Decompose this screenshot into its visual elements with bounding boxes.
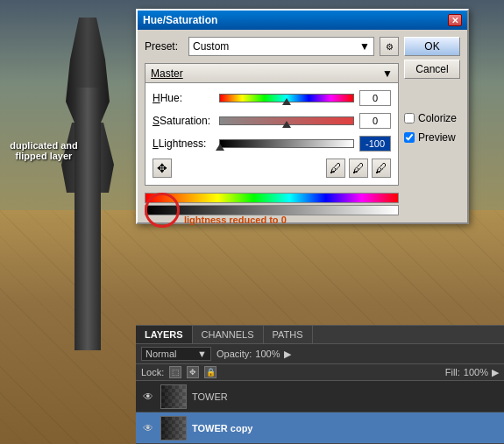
eyedropper-subtract-tool[interactable]: 🖊 xyxy=(372,159,391,178)
colorize-checkbox[interactable] xyxy=(404,113,415,123)
preset-row: Preset: Custom ▼ ⚙ xyxy=(145,37,399,56)
dialog-titlebar: Hue/Saturation ✕ xyxy=(138,11,467,30)
blend-mode-value: Normal xyxy=(146,349,176,359)
layer-thumb-tower xyxy=(160,384,187,409)
fill-arrow[interactable]: ▶ xyxy=(492,367,499,378)
layer-thumb-inner-tower-copy xyxy=(161,417,186,440)
lock-move-icon[interactable]: ✥ xyxy=(187,366,199,378)
lock-all-icon[interactable]: 🔒 xyxy=(204,366,217,378)
preview-label: Preview xyxy=(418,131,456,144)
layers-panel: LAYERS CHANNELS PATHS Normal ▼ Opacity: … xyxy=(136,325,504,444)
preset-select[interactable]: Custom ▼ xyxy=(188,37,374,56)
layer-row-tower[interactable]: 👁 TOWER xyxy=(136,381,504,412)
tools-row: ✥ 🖊 🖊 🖊 xyxy=(153,159,391,178)
ok-button[interactable]: OK xyxy=(404,37,460,56)
layer-thumb-inner-tower xyxy=(161,385,186,408)
preview-row: Preview xyxy=(404,131,460,144)
hue-row: HHue: 0 xyxy=(153,90,391,106)
color-bars xyxy=(145,193,399,215)
channel-body: HHue: 0 SSaturation: xyxy=(146,83,398,185)
channel-dropdown-arrow: ▼ xyxy=(382,67,393,80)
saturation-slider-track[interactable] xyxy=(219,115,354,127)
lightness-annotation-text: lightness reduced to 0 xyxy=(184,215,287,225)
fill-control: Fill: 100% ▶ xyxy=(445,367,499,378)
layers-toolbar: Normal ▼ Opacity: 100% ▶ xyxy=(136,344,504,364)
spacer2 xyxy=(404,82,460,109)
opacity-label: Opacity: xyxy=(217,349,252,359)
tab-layers[interactable]: LAYERS xyxy=(136,326,193,343)
layer-thumb-tower-copy xyxy=(160,416,187,440)
hue-input[interactable]: 0 xyxy=(359,90,391,106)
tab-channels[interactable]: CHANNELS xyxy=(193,326,264,343)
preview-checkbox[interactable] xyxy=(404,132,415,143)
saturation-thumb[interactable] xyxy=(282,121,291,128)
opacity-value: 100% xyxy=(255,349,280,359)
lock-label: Lock: xyxy=(141,367,164,377)
channel-title: Master xyxy=(151,67,183,80)
tower-annotation: duplicated and flipped layer xyxy=(9,140,79,161)
hue-thumb[interactable] xyxy=(282,98,291,105)
hand-tool[interactable]: ✥ xyxy=(153,159,172,178)
close-button[interactable]: ✕ xyxy=(448,14,462,26)
saturation-row: SSaturation: 0 xyxy=(153,113,391,129)
tab-paths[interactable]: PATHS xyxy=(264,326,313,343)
saturation-gradient-track xyxy=(219,116,354,125)
channel-box: Master ▼ HHue: 0 xyxy=(145,63,399,186)
hue-saturation-dialog: Hue/Saturation ✕ Preset: Custom ▼ ⚙ Mast… xyxy=(136,9,469,224)
channel-header: Master ▼ xyxy=(146,64,398,83)
lightness-label: LLightness: xyxy=(153,137,214,150)
hue-gradient-track xyxy=(219,94,354,102)
eyedropper-tool[interactable]: 🖊 xyxy=(326,159,345,178)
tower xyxy=(61,18,114,350)
layers-tabs: LAYERS CHANNELS PATHS xyxy=(136,326,504,344)
layer-name-tower-copy: TOWER copy xyxy=(192,423,252,433)
hue-slider-track[interactable] xyxy=(219,92,354,104)
opacity-arrow[interactable]: ▶ xyxy=(284,349,291,360)
lightness-thumb[interactable] xyxy=(216,144,224,151)
dialog-buttons: OK Cancel Colorize Preview xyxy=(404,37,460,215)
layer-visibility-tower-copy[interactable]: 👁 xyxy=(141,421,155,435)
preset-dropdown-arrow: ▼ xyxy=(359,40,370,53)
fill-value: 100% xyxy=(464,367,488,377)
dialog-title: Hue/Saturation xyxy=(143,14,217,26)
saturation-label: SSaturation: xyxy=(153,115,214,127)
layer-row-tower-copy[interactable]: 👁 TOWER copy xyxy=(136,412,504,444)
lightness-row: LLightness: -100 xyxy=(153,136,391,152)
blend-mode-arrow: ▼ xyxy=(197,349,207,359)
preset-settings-icon[interactable]: ⚙ xyxy=(380,37,399,56)
eyedropper-add-tool[interactable]: 🖊 xyxy=(349,159,368,178)
colorize-label: Colorize xyxy=(418,112,457,124)
fill-label: Fill: xyxy=(445,367,460,377)
hue-label: HHue: xyxy=(153,92,214,104)
layer-name-tower: TOWER xyxy=(192,391,228,402)
lightness-input[interactable]: -100 xyxy=(359,136,391,152)
color-bar-rainbow xyxy=(145,193,399,203)
saturation-input[interactable]: 0 xyxy=(359,113,391,129)
blend-mode-select[interactable]: Normal ▼ xyxy=(141,347,211,361)
preset-value: Custom xyxy=(193,40,229,53)
cancel-button[interactable]: Cancel xyxy=(404,60,460,79)
layer-visibility-tower[interactable]: 👁 xyxy=(141,390,155,404)
tower-body xyxy=(75,88,101,350)
dialog-main: Preset: Custom ▼ ⚙ Master ▼ HHue: xyxy=(145,37,399,215)
dialog-content: Preset: Custom ▼ ⚙ Master ▼ HHue: xyxy=(138,30,467,222)
opacity-control: Opacity: 100% ▶ xyxy=(217,349,291,360)
lightness-gradient-track xyxy=(219,139,354,148)
layers-lock-row: Lock: ⬚ ✥ 🔒 Fill: 100% ▶ xyxy=(136,364,504,381)
lock-pixels-icon[interactable]: ⬚ xyxy=(169,366,181,378)
lightness-slider-track[interactable] xyxy=(219,137,354,150)
colorize-row: Colorize xyxy=(404,112,460,124)
preset-label: Preset: xyxy=(145,40,183,53)
